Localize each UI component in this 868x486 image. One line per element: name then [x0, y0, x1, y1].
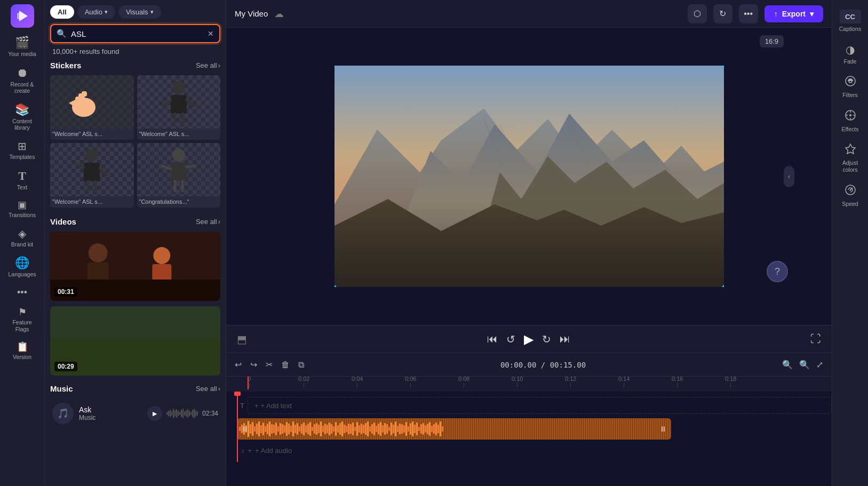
brand-icon: ◈ — [18, 228, 26, 239]
add-text-track[interactable]: + + Add text — [248, 397, 832, 414]
video-canvas-inner — [335, 66, 724, 287]
ruler-tick-1: 0:02 — [298, 377, 309, 387]
video-item-0[interactable]: 00:31 — [50, 232, 220, 301]
skip-forward-button[interactable]: ⏭ — [560, 333, 570, 345]
text-track-label: T — [237, 402, 248, 410]
playback-right: ⛶ — [810, 333, 821, 345]
stickers-section-header: Stickers See all › — [50, 61, 220, 70]
languages-icon: 🌐 — [15, 257, 29, 269]
sidebar: 🎬 Your media ⏺ Record &create 📚 Contentl… — [0, 0, 45, 486]
adjust-colors-icon — [845, 143, 856, 157]
right-panel-item-filters[interactable]: Filters — [833, 71, 867, 103]
right-panel-item-fade[interactable]: ◑ Fade — [833, 39, 867, 69]
right-panel-item-adjust-colors[interactable]: Adjust colors — [833, 139, 867, 177]
sticker-item-3[interactable]: "Congratulations..." — [137, 143, 221, 208]
fade-icon: ◑ — [846, 43, 855, 56]
music-title: Music — [50, 384, 73, 393]
record-create-icon: ⏺ — [17, 67, 28, 79]
subtitle-toggle-button[interactable]: ⬒ — [237, 333, 247, 346]
zoom-in-button[interactable]: 🔍 — [797, 357, 812, 372]
rewind-button[interactable]: ↺ — [506, 333, 515, 346]
svg-point-20 — [172, 149, 185, 162]
video-canvas — [335, 66, 724, 287]
delete-button[interactable]: 🗑 — [279, 358, 292, 372]
sticker-thumb-3 — [137, 143, 221, 196]
svg-rect-6 — [82, 91, 87, 97]
video-item-1[interactable]: 00:29 — [50, 306, 220, 376]
redo-button[interactable]: ↪ — [248, 357, 259, 372]
sidebar-item-text[interactable]: T Text — [2, 166, 43, 195]
videos-see-all[interactable]: See all › — [196, 218, 220, 226]
person2-sticker-svg — [73, 146, 110, 194]
svg-rect-39 — [50, 306, 220, 338]
rotate-button[interactable]: ↻ — [713, 4, 732, 23]
undo-button[interactable]: ↩ — [233, 357, 244, 372]
crop-button[interactable]: ⬡ — [688, 4, 707, 23]
sidebar-item-version[interactable]: 📋 Version — [2, 338, 43, 365]
top-bar: My Video ☁ ⬡ ↻ ••• ↑ Export ▾ — [226, 0, 832, 28]
sidebar-item-feature-flags[interactable]: ⚑ FeatureFlags — [2, 303, 43, 337]
sidebar-item-languages[interactable]: 🌐 Languages — [2, 253, 43, 282]
copy-button[interactable]: ⧉ — [296, 358, 306, 372]
hand-sticker-svg — [68, 81, 116, 123]
mountain-landscape — [335, 66, 724, 287]
sticker-label-3: "Congratulations..." — [137, 196, 221, 208]
timeline-ruler: 0 0:02 0:04 0:06 — [226, 377, 832, 392]
aspect-ratio-display[interactable]: 16:9 — [760, 35, 784, 47]
filter-tab-audio[interactable]: Audio — [77, 5, 115, 19]
music-play-button[interactable]: ▶ — [147, 406, 162, 421]
add-text-icon: + — [254, 402, 259, 410]
right-panel-item-effects[interactable]: Effects — [833, 105, 867, 137]
collapse-panel-button[interactable]: ‹ — [784, 166, 794, 187]
sticker-thumb-1 — [137, 75, 221, 129]
video-thumb-0: 00:31 — [50, 232, 220, 301]
forward-button[interactable]: ↻ — [542, 333, 551, 346]
music-see-all[interactable]: See all › — [196, 385, 220, 393]
play-button[interactable]: ▶ — [524, 332, 533, 347]
timeline-area: ↩ ↪ ✂ 🗑 ⧉ 00:00.00 / 00:15.00 🔍 🔍 ⤢ — [226, 353, 832, 486]
chevron-right-icon: › — [218, 218, 220, 226]
sticker-item-0[interactable]: "Welcome" ASL s... — [50, 75, 134, 140]
right-panel-item-captions[interactable]: CC Captions — [833, 5, 867, 37]
filter-tab-visuals[interactable]: Visuals — [118, 5, 161, 19]
cloud-save-icon[interactable]: ☁ — [274, 8, 284, 20]
text-track-row: T + + Add text — [226, 394, 832, 417]
search-clear-button[interactable]: ✕ — [208, 29, 214, 38]
app-logo — [11, 4, 34, 28]
filters-svg — [845, 75, 856, 87]
fit-timeline-button[interactable]: ⤢ — [814, 357, 825, 372]
sidebar-item-content-library[interactable]: 📚 Contentlibrary — [2, 100, 43, 136]
add-audio-row[interactable]: ♪ + + Add audio — [226, 441, 832, 460]
stickers-see-all[interactable]: See all › — [196, 61, 220, 69]
right-panel: CC Captions ◑ Fade Filters — [832, 0, 868, 486]
svg-point-27 — [89, 243, 108, 262]
speed-icon — [845, 184, 856, 198]
sidebar-item-transitions[interactable]: ▣ Transitions — [2, 196, 43, 223]
track-pause-left-icon: ⏸ — [241, 425, 249, 433]
zoom-out-button[interactable]: 🔍 — [780, 357, 795, 372]
sidebar-item-your-media[interactable]: 🎬 Your media — [2, 33, 43, 62]
right-panel-item-speed[interactable]: Speed — [833, 180, 867, 212]
sidebar-more-button[interactable]: ••• — [13, 283, 31, 302]
filter-tab-all[interactable]: All — [50, 5, 74, 19]
timeline-playhead-ruler — [248, 377, 249, 389]
sidebar-item-brand[interactable]: ◈ Brand kit — [2, 224, 43, 252]
skip-back-button[interactable]: ⏮ — [487, 333, 498, 345]
sidebar-item-templates[interactable]: ⊞ Templates — [2, 137, 43, 165]
export-button[interactable]: ↑ Export ▾ — [765, 5, 823, 22]
track-pause-right-icon: ⏸ — [659, 425, 667, 433]
sidebar-item-record-create[interactable]: ⏺ Record &create — [2, 63, 43, 99]
sidebar-item-label: Text — [17, 184, 27, 191]
playback-bar: ⬒ ⏮ ↺ ▶ ↻ ⏭ ⛶ — [226, 325, 832, 353]
sticker-item-1[interactable]: "Welcome" ASL s... — [137, 75, 221, 140]
music-item-0[interactable]: 🎵 Ask Music ▶ 02:34 — [50, 399, 220, 428]
video-duration-1: 00:29 — [54, 362, 77, 371]
help-button[interactable]: ? — [767, 261, 788, 282]
sticker-item-2[interactable]: "Welcome" ASL s... — [50, 143, 134, 208]
content-library-icon: 📚 — [15, 104, 29, 116]
search-input[interactable]: ASL — [71, 29, 208, 38]
audio-track[interactable]: ⏸ ⏸ — [237, 418, 671, 440]
fullscreen-button[interactable]: ⛶ — [810, 333, 821, 345]
more-options-button[interactable]: ••• — [739, 4, 758, 23]
cut-button[interactable]: ✂ — [264, 357, 275, 372]
